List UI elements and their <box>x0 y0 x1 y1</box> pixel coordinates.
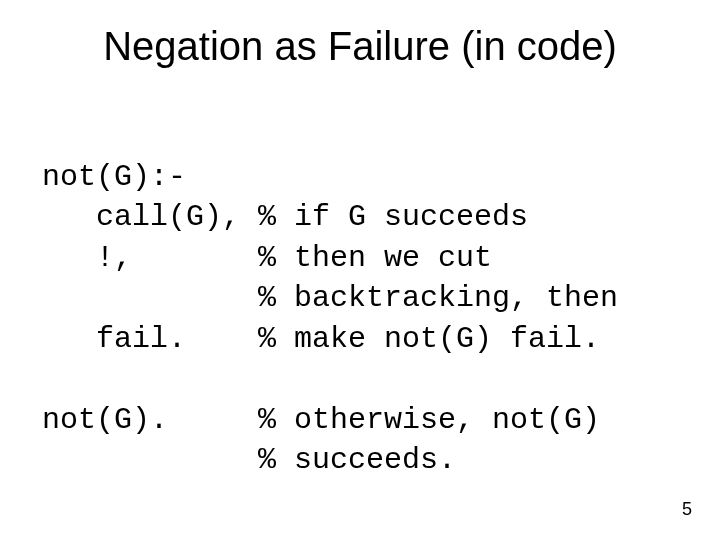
code-line: not(G):- <box>42 160 186 194</box>
code-line: % succeeds. <box>42 443 456 477</box>
page-number: 5 <box>682 499 692 520</box>
code-line: % backtracking, then <box>42 281 618 315</box>
code-line: call(G), % if G succeeds <box>42 200 528 234</box>
code-line: fail. % make not(G) fail. <box>42 322 600 356</box>
slide-title: Negation as Failure (in code) <box>0 24 720 69</box>
code-block: not(G):- call(G), % if G succeeds !, % t… <box>42 116 618 481</box>
code-line: !, % then we cut <box>42 241 492 275</box>
slide: Negation as Failure (in code) not(G):- c… <box>0 0 720 540</box>
code-line: not(G). % otherwise, not(G) <box>42 403 600 437</box>
